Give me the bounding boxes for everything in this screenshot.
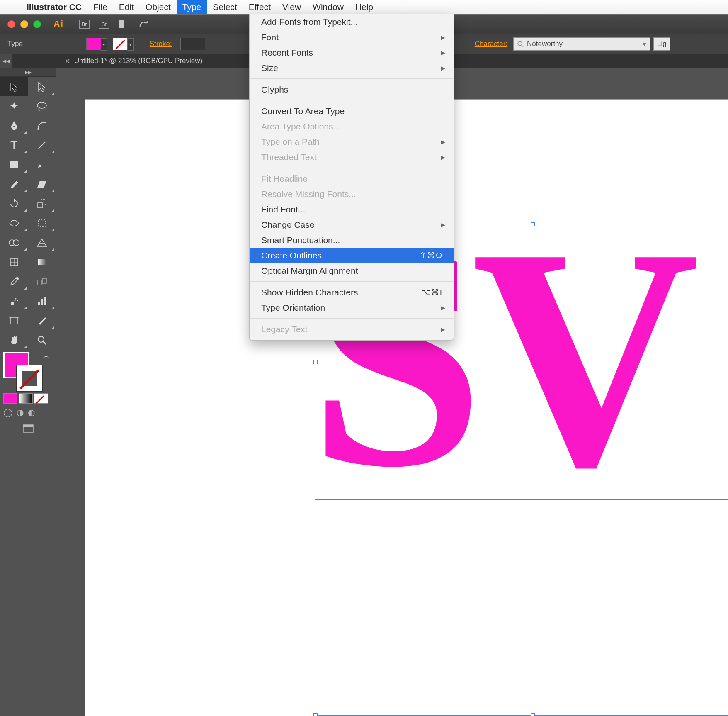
menu-file[interactable]: File bbox=[87, 0, 113, 14]
graph-tool[interactable] bbox=[28, 291, 56, 311]
svg-point-2 bbox=[518, 41, 522, 46]
stroke-weight-input[interactable] bbox=[180, 38, 205, 50]
svg-point-4 bbox=[37, 102, 46, 108]
scale-tool[interactable] bbox=[28, 194, 56, 213]
stroke-label-link[interactable]: Stroke: bbox=[137, 40, 178, 48]
menu-view[interactable]: View bbox=[277, 0, 307, 14]
mesh-tool[interactable] bbox=[0, 252, 28, 272]
blend-tool[interactable] bbox=[28, 272, 56, 291]
menu-item-create-outlines[interactable]: Create Outlines⇧⌘O bbox=[250, 248, 454, 263]
maximize-window-button[interactable] bbox=[33, 20, 41, 28]
lasso-tool[interactable] bbox=[28, 96, 56, 116]
gpu-icon[interactable] bbox=[138, 18, 150, 30]
paintbrush-tool[interactable] bbox=[28, 155, 56, 174]
close-tab-icon[interactable]: ✕ bbox=[65, 57, 70, 65]
menu-item-type-on-a-path: Type on a Path▶ bbox=[250, 134, 454, 149]
symbol-sprayer-tool[interactable] bbox=[0, 291, 28, 311]
menu-item-font[interactable]: Font▶ bbox=[250, 29, 454, 45]
menu-item-convert-to-area-type[interactable]: Convert To Area Type bbox=[250, 103, 454, 119]
menu-item-show-hidden-characters[interactable]: Show Hidden Characters⌥⌘I bbox=[250, 285, 454, 300]
type-tool[interactable]: T bbox=[0, 135, 28, 155]
menu-item-smart-punctuation[interactable]: Smart Punctuation... bbox=[250, 232, 454, 248]
font-weight-dropdown[interactable]: Lig bbox=[653, 37, 670, 51]
menu-item-find-font[interactable]: Find Font... bbox=[250, 202, 454, 217]
menu-item-recent-fonts[interactable]: Recent Fonts▶ bbox=[250, 45, 454, 60]
svg-point-24 bbox=[17, 300, 18, 301]
svg-rect-27 bbox=[41, 299, 43, 305]
stroke-swatch[interactable]: ▾ bbox=[113, 38, 128, 50]
app-name[interactable]: Illustrator CC bbox=[21, 2, 87, 12]
perspective-tool[interactable] bbox=[28, 233, 56, 252]
fill-swatch[interactable]: ▾ bbox=[86, 38, 101, 50]
rectangle-tool[interactable] bbox=[0, 155, 28, 174]
draw-behind-icon[interactable]: ◑ bbox=[17, 407, 24, 417]
rotate-tool[interactable] bbox=[0, 194, 28, 213]
direct-selection-tool[interactable] bbox=[28, 77, 56, 96]
type-menu-dropdown: Add Fonts from Typekit...Font▶Recent Fon… bbox=[249, 14, 454, 341]
minimize-window-button[interactable] bbox=[20, 20, 28, 28]
menu-item-glyphs[interactable]: Glyphs bbox=[250, 82, 454, 97]
svg-rect-18 bbox=[38, 259, 46, 265]
gradient-tool[interactable] bbox=[28, 252, 56, 272]
hand-tool[interactable] bbox=[0, 330, 28, 350]
font-family-value: Noteworthy bbox=[527, 40, 563, 48]
width-tool[interactable] bbox=[0, 213, 28, 233]
curvature-tool[interactable] bbox=[28, 116, 56, 135]
menu-item-change-case[interactable]: Change Case▶ bbox=[250, 217, 454, 232]
color-mode-solid[interactable] bbox=[3, 393, 17, 404]
swap-fill-stroke-icon[interactable]: ⤺ bbox=[43, 353, 49, 361]
shortcut-label: ⇧⌘O bbox=[420, 251, 443, 260]
menu-edit[interactable]: Edit bbox=[113, 0, 140, 14]
svg-point-7 bbox=[44, 122, 46, 123]
shape-builder-tool[interactable] bbox=[0, 233, 28, 252]
magic-wand-tool[interactable]: ✦ bbox=[0, 96, 28, 116]
control-mode-label: Type bbox=[0, 40, 30, 48]
menu-item-optical-margin-alignment[interactable]: Optical Margin Alignment bbox=[250, 263, 454, 278]
stock-icon[interactable]: St bbox=[98, 18, 110, 30]
draw-inside-icon[interactable]: ◐ bbox=[28, 407, 35, 417]
svg-point-6 bbox=[37, 128, 39, 130]
svg-rect-37 bbox=[23, 425, 33, 427]
menu-select[interactable]: Select bbox=[207, 0, 243, 14]
draw-normal-icon[interactable]: ◯ bbox=[3, 407, 12, 417]
artboard-tool[interactable] bbox=[0, 311, 28, 330]
zoom-tool[interactable] bbox=[28, 330, 56, 350]
svg-rect-11 bbox=[41, 200, 46, 205]
menu-window[interactable]: Window bbox=[307, 0, 349, 14]
character-label-link[interactable]: Character: bbox=[462, 40, 513, 48]
collapse-panels-button[interactable]: ◀◀ bbox=[0, 54, 12, 68]
eraser-tool[interactable] bbox=[28, 174, 56, 194]
stroke-color-box[interactable] bbox=[17, 365, 42, 391]
mac-menubar: Illustrator CC FileEditObjectTypeSelectE… bbox=[0, 0, 728, 14]
color-mode-none[interactable] bbox=[34, 393, 48, 404]
menu-help[interactable]: Help bbox=[349, 0, 379, 14]
toolbox-collapse-button[interactable]: ▶▶ bbox=[0, 68, 56, 77]
menu-type[interactable]: Type bbox=[177, 0, 207, 14]
fill-stroke-block: ⤺ bbox=[0, 352, 56, 390]
submenu-arrow-icon: ▶ bbox=[441, 65, 445, 71]
eyedropper-tool[interactable] bbox=[0, 272, 28, 291]
menu-item-add-fonts-from-typekit[interactable]: Add Fonts from Typekit... bbox=[250, 14, 454, 29]
color-mode-gradient[interactable] bbox=[19, 393, 33, 404]
menu-item-resolve-missing-fonts: Resolve Missing Fonts... bbox=[250, 186, 454, 202]
free-transform-tool[interactable] bbox=[28, 213, 56, 233]
menu-item-size[interactable]: Size▶ bbox=[250, 60, 454, 75]
pencil-tool[interactable] bbox=[0, 174, 28, 194]
line-tool[interactable] bbox=[28, 135, 56, 155]
bridge-icon[interactable]: Br bbox=[78, 18, 90, 30]
menu-item-type-orientation[interactable]: Type Orientation▶ bbox=[250, 300, 454, 315]
pen-tool[interactable] bbox=[0, 116, 28, 135]
slice-tool[interactable] bbox=[28, 311, 56, 330]
toolbox: ▶▶ ✦ T ⤺ bbox=[0, 68, 56, 440]
menu-effect[interactable]: Effect bbox=[243, 0, 277, 14]
arrange-documents-icon[interactable] bbox=[118, 18, 130, 30]
svg-point-34 bbox=[38, 336, 44, 342]
close-window-button[interactable] bbox=[7, 20, 15, 28]
illustrator-icon: Ai bbox=[52, 18, 65, 30]
document-tab[interactable]: ✕ Untitled-1* @ 213% (RGB/GPU Preview) bbox=[58, 54, 209, 68]
menu-object[interactable]: Object bbox=[140, 0, 177, 14]
color-mode-row bbox=[0, 392, 56, 405]
font-family-dropdown[interactable]: Noteworthy ▾ bbox=[513, 37, 650, 51]
selection-tool[interactable] bbox=[0, 77, 28, 96]
screen-mode-icon[interactable] bbox=[22, 424, 34, 436]
